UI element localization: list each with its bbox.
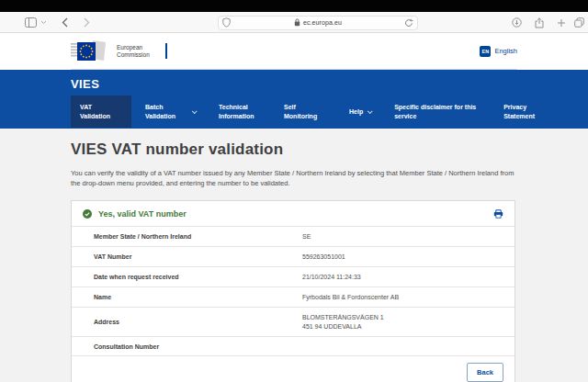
lock-icon <box>294 18 300 27</box>
ec-logo[interactable]: European Commission <box>71 39 167 63</box>
site-nav: VAT ValidationBatch ValidationTechnical … <box>71 96 588 128</box>
nav-item-label: Technical Information <box>219 103 261 120</box>
table-row: VAT Number559263051001 <box>72 246 514 266</box>
ec-header: European Commission EN English <box>0 33 588 70</box>
back-button[interactable]: Back <box>467 363 503 382</box>
nav-item-label: Privacy Statement <box>503 103 546 120</box>
row-value: 21/10/2024 11:24:33 <box>302 273 361 282</box>
row-label: Name <box>94 294 302 300</box>
result-table: Member State / Northern IrelandSEVAT Num… <box>72 226 514 355</box>
downloads-icon[interactable] <box>512 12 522 33</box>
language-badge: EN <box>480 46 491 57</box>
table-row: NameFyrbodals Bil & Fordonscenter AB <box>72 286 514 307</box>
site-band: VIES VAT ValidationBatch ValidationTechn… <box>0 70 588 129</box>
back-icon[interactable] <box>62 12 68 33</box>
nav-item-self-monitoring[interactable]: Self Monitoring <box>275 96 335 128</box>
row-label: VAT Number <box>94 253 302 260</box>
table-row: AddressBLOMSTERÄNGSVÄGEN 1 451 94 UDDEVA… <box>72 307 514 336</box>
share-icon[interactable] <box>535 12 544 33</box>
chevron-down-icon <box>192 108 198 114</box>
ec-logo-divider <box>165 43 167 59</box>
row-label: Consultation Number <box>94 343 302 350</box>
table-row: Consultation Number <box>72 336 514 355</box>
browser-window: ec.europa.eu <box>0 0 588 382</box>
browser-toolbar: ec.europa.eu <box>0 12 588 33</box>
row-value: BLOMSTERÄNGSVÄGEN 1 451 94 UDDEVALLA <box>302 313 384 331</box>
row-label: Member State / Northern Ireland <box>94 233 302 240</box>
nav-item-technical-information[interactable]: Technical Information <box>209 96 270 128</box>
result-card: Yes, valid VAT number Member State / Nor… <box>71 200 515 382</box>
nav-item-help[interactable]: Help <box>340 96 380 128</box>
nav-item-privacy-statement[interactable]: Privacy Statement <box>494 96 555 128</box>
table-row: Date when request received21/10/2024 11:… <box>72 266 514 286</box>
result-header: Yes, valid VAT number <box>72 201 514 226</box>
status-text: Yes, valid VAT number <box>98 209 187 219</box>
sidebar-toggle-icon[interactable] <box>25 12 37 33</box>
reload-icon[interactable] <box>404 18 413 28</box>
nav-item-vat-validation[interactable]: VAT Validation <box>71 96 131 128</box>
nav-item-label: Self Monitoring <box>284 103 326 120</box>
address-bar[interactable]: ec.europa.eu <box>218 16 418 30</box>
intro-text: You can verify the validity of a VAT num… <box>71 168 517 188</box>
new-tab-icon[interactable] <box>557 12 566 33</box>
print-icon[interactable] <box>493 209 503 219</box>
row-label: Date when request received <box>94 274 302 280</box>
forward-icon[interactable] <box>84 12 90 33</box>
main-content: VIES VAT number validation You can verif… <box>0 140 588 382</box>
result-footer: Back <box>72 355 514 382</box>
nav-item-label: Help <box>349 107 363 117</box>
valid-check-icon <box>83 209 92 219</box>
nav-item-batch-validation[interactable]: Batch Validation <box>136 96 205 128</box>
row-value: SE <box>302 232 311 242</box>
sidebar-chevron-icon[interactable] <box>40 12 47 33</box>
row-value: Fyrbodals Bil & Fordonscenter AB <box>302 293 399 302</box>
eu-flag-icon <box>71 39 109 63</box>
address-url: ec.europa.eu <box>303 19 342 26</box>
ec-logo-text: European Commission <box>117 44 150 59</box>
nav-item-specific-disclaimer-for-this-service[interactable]: Specific disclaimer for this service <box>385 96 490 128</box>
nav-item-label: VAT Validation <box>80 103 122 120</box>
chevron-down-icon <box>368 108 373 114</box>
table-row: Member State / Northern IrelandSE <box>72 226 514 246</box>
language-selector[interactable]: EN English <box>480 46 517 57</box>
page-title: VIES VAT number validation <box>71 140 588 159</box>
row-label: Address <box>94 319 302 325</box>
window-top-bar <box>0 0 588 12</box>
tab-overview-icon[interactable] <box>574 12 584 33</box>
language-label: English <box>494 47 517 55</box>
row-value: 559263051001 <box>302 253 345 262</box>
site-title: VIES <box>71 70 588 91</box>
nav-item-label: Specific disclaimer for this service <box>394 103 481 120</box>
nav-item-label: Batch Validation <box>145 103 187 120</box>
privacy-shield-icon[interactable] <box>222 17 231 28</box>
